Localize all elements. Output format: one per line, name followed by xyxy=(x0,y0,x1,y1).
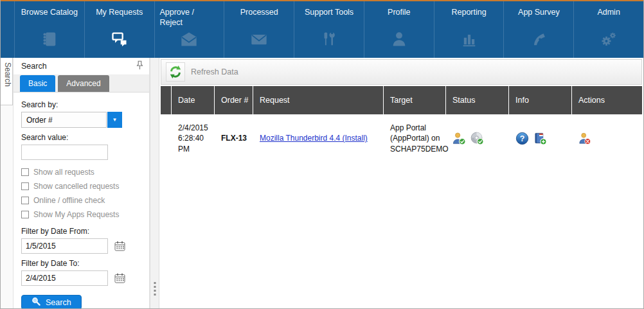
nav-tab-profile[interactable]: Profile xyxy=(364,1,434,58)
search-by-value[interactable]: Order # xyxy=(21,112,107,128)
nav-tab-label: Support Tools xyxy=(305,7,353,29)
search-vertical-tab[interactable]: Search xyxy=(1,58,13,105)
nav-tab-reporting[interactable]: Reporting xyxy=(434,1,505,58)
search-by-label: Search by: xyxy=(21,100,149,109)
calendar-icon[interactable] xyxy=(114,241,125,251)
tools-icon xyxy=(320,30,338,51)
search-by-dropdown[interactable]: Order # ▼ xyxy=(21,112,149,128)
tab-basic[interactable]: Basic xyxy=(20,75,55,92)
search-panel-header: Search xyxy=(13,58,149,75)
tab-advanced[interactable]: Advanced xyxy=(58,75,109,92)
col-header-info[interactable]: Info xyxy=(509,86,572,114)
top-nav: Browse Catalog My Requests Approve / Rej… xyxy=(1,0,643,58)
checkbox-label: Online / offline check xyxy=(33,196,105,205)
table-row: 2/4/2015 6:28:40 PM FLX-13 Mozilla Thund… xyxy=(161,114,642,163)
refresh-icon xyxy=(166,62,185,82)
add-info-icon[interactable] xyxy=(533,132,547,145)
grid-toolbar: Refresh Data xyxy=(161,59,642,85)
search-value-input[interactable] xyxy=(21,145,108,160)
search-panel-body: Search by: Order # ▼ Search value: Show … xyxy=(13,93,149,308)
nav-tab-my-requests[interactable]: My Requests xyxy=(85,1,155,58)
col-header-actions[interactable]: Actions xyxy=(572,86,642,114)
cell-order-number: FLX-13 xyxy=(215,114,253,163)
gears-icon xyxy=(600,30,618,51)
date-to-input[interactable] xyxy=(21,270,108,286)
checkbox-box[interactable] xyxy=(21,168,29,176)
nav-tab-support-tools[interactable]: Support Tools xyxy=(294,1,364,58)
checkbox-show-my-apps-requests[interactable]: Show My Apps Requests xyxy=(21,207,149,222)
date-to-label: Filter by Date To: xyxy=(21,259,149,268)
open-envelope-icon xyxy=(180,30,198,51)
nav-tab-label: Admin xyxy=(597,7,620,29)
nav-spacer xyxy=(1,1,15,58)
grid-empty-area xyxy=(161,163,642,308)
col-header-date[interactable]: Date xyxy=(172,86,215,114)
app-window: Browse Catalog My Requests Approve / Rej… xyxy=(0,0,644,309)
cell-status xyxy=(446,114,509,163)
checkbox-show-cancelled-requests[interactable]: Show cancelled requests xyxy=(21,179,149,193)
calendar-icon[interactable] xyxy=(114,273,125,283)
checkbox-label: Show My Apps Requests xyxy=(33,210,119,219)
cell-select xyxy=(161,114,172,163)
search-value-label: Search value: xyxy=(21,133,149,142)
nav-tab-processed[interactable]: Processed xyxy=(224,1,294,58)
search-panel: Search Basic Advanced Search by: Order #… xyxy=(13,58,150,308)
splitter-grip-icon[interactable] xyxy=(154,282,156,296)
checkbox-box[interactable] xyxy=(21,182,29,190)
search-panel-tabs: Basic Advanced xyxy=(13,75,149,93)
nav-tab-label: App Survey xyxy=(518,7,560,29)
checkbox-show-all-requests[interactable]: Show all requests xyxy=(21,165,149,179)
chat-bubbles-icon xyxy=(111,30,129,51)
bar-chart-icon xyxy=(460,30,478,51)
nav-tab-label: Processed xyxy=(240,7,278,29)
search-button[interactable]: Search xyxy=(21,295,82,308)
cell-target: App Portal (AppPortal) on SCHAP75DEMO xyxy=(384,114,446,163)
media-ready-icon xyxy=(470,132,484,145)
nav-tab-label: Reporting xyxy=(451,7,486,29)
col-header-order[interactable]: Order # xyxy=(215,86,253,114)
magnifier-icon xyxy=(31,297,40,308)
panel-title: Search xyxy=(21,62,47,71)
col-header-select xyxy=(161,86,172,114)
date-from-label: Filter by Date From: xyxy=(21,227,149,236)
checkbox-online-offline-check[interactable]: Online / offline check xyxy=(21,193,149,207)
cancel-request-icon[interactable] xyxy=(578,132,591,145)
checkbox-label: Show all requests xyxy=(33,168,94,177)
checkbox-group: Show all requests Show cancelled request… xyxy=(21,165,149,222)
checkbox-box[interactable] xyxy=(21,197,29,204)
cell-request: Mozilla Thunderbird 4.4 (Install) xyxy=(253,114,384,163)
refresh-label: Refresh Data xyxy=(191,67,238,76)
nav-tab-browse-catalog[interactable]: Browse Catalog xyxy=(15,1,85,58)
table-header: Date Order # Request Target Status Info … xyxy=(161,86,642,114)
svg-text:?: ? xyxy=(520,134,525,143)
col-header-request[interactable]: Request xyxy=(253,86,384,114)
panel-splitter[interactable] xyxy=(150,58,159,308)
pin-icon[interactable] xyxy=(136,60,143,72)
pen-icon xyxy=(530,30,548,51)
person-icon xyxy=(390,30,408,51)
catalog-icon xyxy=(40,30,58,51)
cell-info: ? xyxy=(509,114,572,163)
user-approved-icon xyxy=(452,132,466,145)
col-header-status[interactable]: Status xyxy=(446,86,509,114)
nav-tab-admin[interactable]: Admin xyxy=(574,1,643,58)
nav-tab-label: Profile xyxy=(388,7,410,29)
refresh-data-button[interactable]: Refresh Data xyxy=(166,62,238,82)
col-header-target[interactable]: Target xyxy=(384,86,446,114)
checkbox-label: Show cancelled requests xyxy=(33,182,119,191)
help-icon[interactable]: ? xyxy=(515,132,529,145)
envelope-icon xyxy=(250,30,268,51)
nav-tab-label: My Requests xyxy=(96,7,143,29)
checkbox-box[interactable] xyxy=(21,211,29,218)
request-link[interactable]: Mozilla Thunderbird 4.4 (Install) xyxy=(260,133,368,143)
nav-tab-label: Approve / Reject xyxy=(159,7,219,29)
nav-tab-app-survey[interactable]: App Survey xyxy=(504,1,574,58)
cell-date: 2/4/2015 6:28:40 PM xyxy=(172,114,215,163)
date-from-input[interactable] xyxy=(21,238,108,254)
cell-actions xyxy=(572,114,642,163)
nav-tab-label: Browse Catalog xyxy=(21,7,78,29)
search-button-label: Search xyxy=(46,298,71,307)
main-area: Refresh Data Date Order # Request Target… xyxy=(159,58,643,308)
chevron-down-icon[interactable]: ▼ xyxy=(107,112,122,128)
nav-tab-approve-reject[interactable]: Approve / Reject xyxy=(155,1,225,58)
